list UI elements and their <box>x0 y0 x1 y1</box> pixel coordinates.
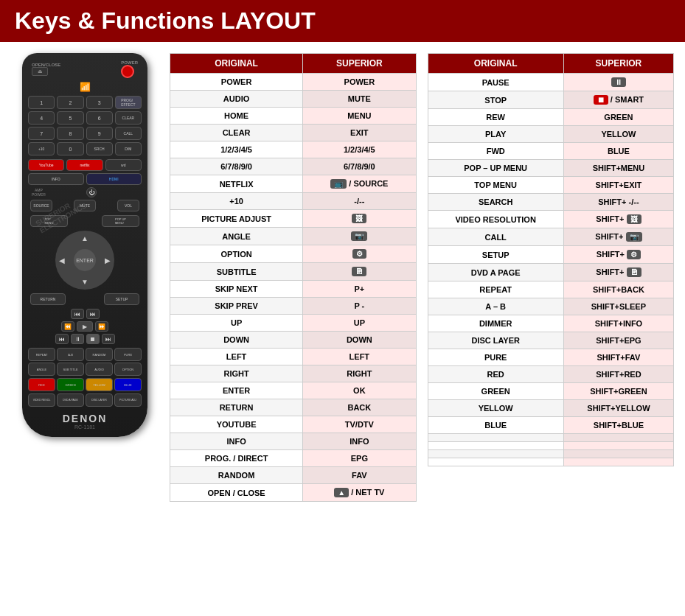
original-cell: SETUP <box>428 246 563 264</box>
original-cell: OPTION <box>170 245 303 263</box>
superior-cell: 1/2/3/4/5 <box>303 141 416 158</box>
left-original-header: ORIGINAL <box>170 54 303 74</box>
original-cell: VIDEO RESOLUTION <box>428 211 563 228</box>
original-cell: GREEN <box>428 383 563 400</box>
table-row: DISC LAYERSHIFT+EPG <box>428 332 674 349</box>
original-cell: RANDOM <box>170 467 303 484</box>
superior-cell: SHIFT+SLEEP <box>563 298 673 315</box>
superior-cell: SHIFT+BLUE <box>563 417 673 434</box>
superior-cell: SHIFT+ ⚙ <box>563 246 673 264</box>
table-row: BLUESHIFT+BLUE <box>428 417 674 434</box>
original-cell: PICTURE ADJUST <box>170 210 303 228</box>
table-row: SETUPSHIFT+ ⚙ <box>428 246 674 264</box>
original-cell: DOWN <box>170 332 303 349</box>
table-row <box>428 442 674 450</box>
table-row: YOUTUBETV/DTV <box>170 416 417 433</box>
table-row: TOP MENUSHIFT+EXIT <box>428 177 674 194</box>
remote-brand: DENON <box>28 413 142 424</box>
superior-cell: P - <box>303 298 416 315</box>
table-row: LEFTLEFT <box>170 349 417 365</box>
table-row: A – BSHIFT+SLEEP <box>428 298 674 315</box>
table-row: SKIP NEXTP+ <box>170 281 417 298</box>
table-row: DVD A PAGESHIFT+ 🖹 <box>428 264 674 281</box>
table-row: SKIP PREVP - <box>170 298 417 315</box>
superior-cell: TV/DTV <box>303 416 416 433</box>
superior-cell: SHIFT+GREEN <box>563 383 673 400</box>
table-row: SEARCHSHIFT+ -/-- <box>428 194 674 211</box>
original-cell: UP <box>170 315 303 332</box>
table-row: RETURNBACK <box>170 399 417 416</box>
table-row <box>428 434 674 442</box>
superior-cell: LEFT <box>303 349 416 365</box>
original-cell: POP – UP MENU <box>428 160 563 177</box>
original-cell: CALL <box>428 228 563 246</box>
table-row: POWERPOWER <box>170 74 417 91</box>
superior-cell: SHIFT+ 🖼 <box>563 211 673 228</box>
superior-cell: BLUE <box>563 143 673 160</box>
table-row: NETFLIX📺 / SOURCE <box>170 175 417 193</box>
table-row: REPEATSHIFT+BACK <box>428 281 674 298</box>
superior-cell: P+ <box>303 281 416 298</box>
superior-cell: SHIFT+ 🖹 <box>563 264 673 281</box>
table-row: GREENSHIFT+GREEN <box>428 383 674 400</box>
table-row <box>428 458 674 466</box>
table-row: VIDEO RESOLUTIONSHIFT+ 🖼 <box>428 211 674 228</box>
original-cell: STOP <box>428 91 563 109</box>
superior-cell: SHIFT+ 📷 <box>563 228 673 246</box>
table-row: REDSHIFT+RED <box>428 366 674 383</box>
superior-cell: -/-- <box>303 193 416 210</box>
original-cell: SKIP NEXT <box>170 281 303 298</box>
original-cell: DIMMER <box>428 315 563 332</box>
superior-cell: UP <box>303 315 416 332</box>
original-cell: OPEN / CLOSE <box>170 484 303 502</box>
table-row: AUDIOMUTE <box>170 91 417 108</box>
superior-cell: 📷 <box>303 228 416 245</box>
superior-cell: SHIFT+EPG <box>563 332 673 349</box>
header: Keys & Functions LAYOUT <box>0 0 685 42</box>
original-cell: DISC LAYER <box>428 332 563 349</box>
original-cell: 1/2/3/4/5 <box>170 141 303 158</box>
tables-area: ORIGINAL SUPERIOR POWERPOWERAUDIOMUTEHOM… <box>170 53 674 502</box>
original-cell: INFO <box>170 433 303 450</box>
table-row: PURESHIFT+FAV <box>428 349 674 366</box>
original-cell: PLAY <box>428 126 563 143</box>
table-row: DOWNDOWN <box>170 332 417 349</box>
original-cell: RED <box>428 366 563 383</box>
original-cell: +10 <box>170 193 303 210</box>
original-cell: SEARCH <box>428 194 563 211</box>
superior-cell: 📺 / SOURCE <box>303 175 416 193</box>
original-cell: SKIP PREV <box>170 298 303 315</box>
superior-cell: 🖹 <box>303 263 416 281</box>
table-row: UPUP <box>170 315 417 332</box>
table-row: PLAYYELLOW <box>428 126 674 143</box>
superior-cell: INFO <box>303 433 416 450</box>
superior-cell <box>563 458 673 466</box>
table-row: RIGHTRIGHT <box>170 365 417 382</box>
superior-cell <box>563 434 673 442</box>
table-row: HOMEMENU <box>170 108 417 125</box>
table-row: PROG. / DIRECTEPG <box>170 450 417 467</box>
original-cell: A – B <box>428 298 563 315</box>
table-row: PICTURE ADJUST🖼 <box>170 210 417 228</box>
right-original-header: ORIGINAL <box>428 54 563 74</box>
original-cell: AUDIO <box>170 91 303 108</box>
original-cell: ANGLE <box>170 228 303 245</box>
table-row: REWGREEN <box>428 109 674 126</box>
original-cell: HOME <box>170 108 303 125</box>
original-cell: SUBTITLE <box>170 263 303 281</box>
table-row: DIMMERSHIFT+INFO <box>428 315 674 332</box>
table-row: YELLOWSHIFT+YELLOW <box>428 400 674 417</box>
superior-cell: SHIFT+YELLOW <box>563 400 673 417</box>
original-cell: NETFLIX <box>170 175 303 193</box>
superior-cell: SHIFT+MENU <box>563 160 673 177</box>
left-table-section: ORIGINAL SUPERIOR POWERPOWERAUDIOMUTEHOM… <box>170 53 417 502</box>
table-row: CLEAREXIT <box>170 125 417 141</box>
table-row: POP – UP MENUSHIFT+MENU <box>428 160 674 177</box>
original-cell: PURE <box>428 349 563 366</box>
original-cell: POWER <box>170 74 303 91</box>
superior-cell: GREEN <box>563 109 673 126</box>
superior-cell: FAV <box>303 467 416 484</box>
original-cell: TOP MENU <box>428 177 563 194</box>
table-row: STOP⏹ / SMART <box>428 91 674 109</box>
page-title: Keys & Functions LAYOUT <box>15 7 670 35</box>
